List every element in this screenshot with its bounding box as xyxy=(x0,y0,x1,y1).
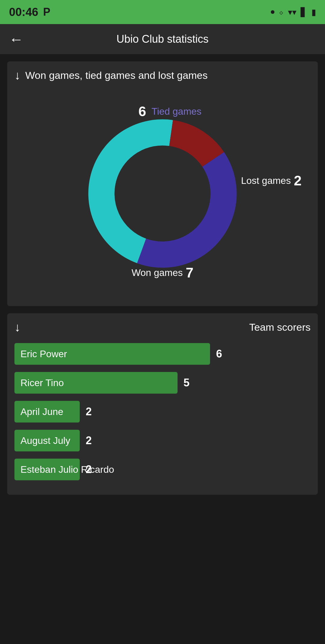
scorers-title: Team scorers xyxy=(249,321,311,333)
scorer-row: August July2 xyxy=(14,430,311,451)
parking-icon: P xyxy=(43,6,50,18)
dot-icon xyxy=(271,10,274,14)
page-title: Ubio Club statistics xyxy=(116,33,209,45)
scorer-bar: April June xyxy=(14,401,80,423)
scorer-row-inner: Esteban Julio Ricardo2 xyxy=(14,459,311,480)
chart-card-title: Won games, tied games and lost games xyxy=(25,70,208,81)
scorer-bar: August July xyxy=(14,430,80,451)
scorers-download-icon: ↓ xyxy=(14,320,20,334)
scorers-header: ↓ Team scorers xyxy=(14,320,311,334)
lost-games-label: Lost games 2 xyxy=(241,172,302,189)
signal-icon: ▋ xyxy=(301,7,307,17)
scorer-bar: Ricer Tino xyxy=(14,372,178,394)
wifi-icon: ▾▾ xyxy=(288,7,296,17)
donut-svg xyxy=(75,106,250,281)
scorers-list: Eric Power6Ricer Tino5April June2August … xyxy=(14,343,311,480)
status-bar: 00:46 P ⬦ ▾▾ ▋ ▮ xyxy=(0,0,325,24)
battery-icon: ▮ xyxy=(311,7,316,17)
scorer-row: April June2 xyxy=(14,401,311,423)
scorer-name: Eric Power xyxy=(20,348,67,360)
scorer-bar: Esteban Julio Ricardo xyxy=(14,459,80,480)
scorers-header-left: ↓ xyxy=(14,320,20,334)
chart-card-header: ↓ Won games, tied games and lost games xyxy=(14,69,311,82)
scorers-card: ↓ Team scorers Eric Power6Ricer Tino5Apr… xyxy=(7,313,318,495)
scorer-row-inner: Ricer Tino5 xyxy=(14,372,311,394)
scorer-count: 2 xyxy=(86,434,92,447)
status-time: 00:46 xyxy=(9,6,38,19)
scorer-row-inner: April June2 xyxy=(14,401,311,423)
download-icon: ↓ xyxy=(14,69,20,82)
scorer-count: 6 xyxy=(216,348,222,360)
chart-card: ↓ Won games, tied games and lost games 6… xyxy=(7,61,318,306)
status-right: ⬦ ▾▾ ▋ ▮ xyxy=(271,7,316,17)
scorer-name: April June xyxy=(20,406,63,417)
scorer-row: Esteban Julio Ricardo2 xyxy=(14,459,311,480)
scorer-count: 2 xyxy=(86,463,92,476)
diamond-icon: ⬦ xyxy=(279,7,284,17)
donut-chart-container: 6 Tied games Lost games 2 Won games 7 xyxy=(14,88,311,299)
scorer-name: Ricer Tino xyxy=(20,377,64,389)
scorer-row-inner: August July2 xyxy=(14,430,311,451)
scorer-name: Esteban Julio Ricardo xyxy=(20,464,114,475)
lost-count: 2 xyxy=(294,172,302,189)
status-left: 00:46 P xyxy=(9,6,50,19)
scorer-row: Eric Power6 xyxy=(14,343,311,365)
scorer-row-inner: Eric Power6 xyxy=(14,343,311,365)
back-button[interactable]: ← xyxy=(9,31,23,48)
top-bar: ← Ubio Club statistics xyxy=(0,24,325,54)
back-arrow-icon: ← xyxy=(9,31,23,47)
scorer-bar: Eric Power xyxy=(14,343,210,365)
scorer-row: Ricer Tino5 xyxy=(14,372,311,394)
scorer-count: 5 xyxy=(184,376,190,389)
scorer-count: 2 xyxy=(86,405,92,418)
scorer-name: August July xyxy=(20,435,70,446)
